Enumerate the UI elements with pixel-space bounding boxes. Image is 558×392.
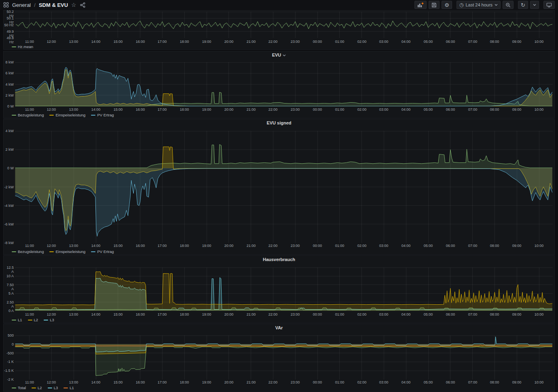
legend-color-key — [49, 251, 54, 252]
legend-item-l2[interactable]: L2 — [32, 386, 42, 390]
y-tick-label: -2 K — [4, 377, 14, 381]
legend-item-l3[interactable]: L3 — [44, 318, 54, 322]
x-tick-label: 07:00 — [466, 40, 479, 44]
x-tick-label: 21:00 — [245, 40, 258, 44]
x-tick-label: 11:00 — [23, 107, 36, 112]
chevron-down-icon — [533, 4, 536, 6]
legend-item-l3[interactable]: L3 — [48, 386, 58, 390]
x-tick-label: 21:00 — [245, 312, 258, 316]
x-tick-label: 11:00 — [23, 40, 36, 44]
legend-item-l1[interactable]: L1 — [63, 386, 74, 390]
chart-evu[interactable] — [15, 62, 553, 106]
x-tick-label: 12:00 — [45, 312, 58, 316]
x-tick-label: 10:00 — [533, 107, 545, 112]
x-tick-label: 17:00 — [156, 244, 169, 248]
cycle-view-button[interactable] — [543, 1, 555, 9]
x-tick-label: 19:00 — [200, 312, 213, 316]
x-tick-label: 14:00 — [89, 107, 102, 112]
legend-color-key — [91, 115, 95, 116]
panel-title-hausverbrauch[interactable]: Hausverbrauch — [4, 257, 554, 262]
chart-evu-signed[interactable] — [15, 131, 553, 243]
x-tick-label: 07:00 — [466, 312, 479, 316]
y-tick-label: 0 — [4, 342, 14, 346]
panel-title-evu-signed[interactable]: EVU signed — [4, 120, 554, 125]
chart-hz[interactable] — [15, 12, 553, 38]
x-tick-label: 12:00 — [45, 244, 58, 248]
y-tick-label: 0 W — [4, 166, 14, 170]
refresh-interval-dropdown[interactable] — [530, 1, 539, 9]
x-tick-label: 04:00 — [399, 244, 412, 248]
x-tick-label: 13:00 — [67, 380, 80, 384]
x-tick-label: 04:00 — [399, 107, 412, 112]
chart-hausverbrauch[interactable] — [15, 268, 553, 311]
star-icon[interactable]: ☆ — [71, 2, 76, 8]
x-tick-label: 08:00 — [488, 380, 501, 384]
x-tick-label: 06:00 — [444, 107, 457, 112]
x-tick-label: 20:00 — [222, 107, 235, 112]
breadcrumb-folder[interactable]: General — [12, 2, 31, 8]
x-tick-label: 14:00 — [89, 40, 102, 44]
legend-item-hz-mean[interactable]: Hz.mean — [12, 44, 33, 49]
x-tick-label: 13:00 — [67, 244, 80, 248]
x-tick-label: 00:00 — [311, 107, 324, 112]
x-tick-label: 02:00 — [355, 107, 368, 112]
panel-title-evu[interactable]: EVU — [4, 53, 554, 57]
x-tick-label: 04:00 — [399, 312, 412, 316]
x-tick-label: 21:00 — [245, 380, 258, 384]
x-tick-label: 10:00 — [533, 244, 545, 248]
x-tick-label: 03:00 — [377, 40, 390, 44]
x-tick-label: 23:00 — [289, 380, 302, 384]
x-tick-label: 19:00 — [200, 40, 213, 44]
legend-item-einspeiseleistung[interactable]: Einspeiseleistung — [49, 113, 85, 117]
x-tick-label: 20:00 — [222, 244, 235, 248]
y-tick-label: 4 kW — [4, 82, 14, 86]
legend-color-key — [12, 320, 16, 320]
legend-item-bezugsleistung[interactable]: Bezugsleistung — [12, 249, 44, 254]
x-tick-label: 22:00 — [266, 312, 279, 316]
legend-color-key — [28, 320, 32, 320]
x-tick-label: 04:00 — [399, 40, 412, 44]
chevron-down-icon — [283, 54, 286, 57]
legend-color-key — [12, 388, 16, 388]
chart-var[interactable] — [15, 335, 553, 379]
dashboard-title[interactable]: SDM & EVU — [39, 2, 68, 8]
legend-item-bezugsleistung[interactable]: Bezugsleistung — [12, 113, 44, 117]
legend-item-total[interactable]: Total — [12, 386, 26, 390]
x-tick-label: 15:00 — [112, 380, 125, 384]
x-tick-label: 16:00 — [134, 244, 147, 248]
top-navigation-bar: General / SDM & EVU ☆ ⚙ — [0, 0, 558, 10]
x-tick-label: 07:00 — [466, 244, 479, 248]
save-dashboard-button[interactable] — [429, 1, 440, 9]
time-range-label: Last 24 hours — [465, 3, 492, 7]
dashboard-settings-button[interactable]: ⚙ — [442, 1, 452, 9]
x-tick-label: 02:00 — [355, 244, 368, 248]
time-range-picker[interactable]: ◷ Last 24 hours — [457, 1, 501, 9]
x-tick-label: 21:00 — [245, 107, 258, 112]
x-tick-label: 04:00 — [399, 380, 412, 384]
legend-item-l1[interactable]: L1 — [12, 318, 22, 322]
gear-icon: ⚙ — [444, 2, 449, 8]
legend-item-einspeiseleistung[interactable]: Einspeiseleistung — [49, 249, 85, 254]
add-panel-button[interactable] — [414, 1, 427, 9]
x-tick-label: 13:00 — [67, 40, 80, 44]
x-tick-label: 03:00 — [377, 107, 390, 112]
panel-title-var[interactable]: VAr — [4, 325, 554, 330]
x-tick-label: 13:00 — [67, 312, 80, 316]
zoom-out-button[interactable] — [503, 1, 514, 9]
x-tick-label: 22:00 — [266, 244, 279, 248]
x-tick-label: 19:00 — [200, 380, 213, 384]
legend-item-pv-ertrag[interactable]: PV Ertrag — [91, 249, 114, 254]
x-tick-label: 11:00 — [23, 380, 36, 384]
x-tick-label: 01:00 — [333, 40, 346, 44]
legend-item-l2[interactable]: L2 — [28, 318, 38, 322]
refresh-icon: ↻ — [521, 2, 525, 8]
share-icon[interactable] — [80, 2, 86, 8]
legend-item-pv-ertrag[interactable]: PV Ertrag — [91, 113, 114, 117]
y-tick-label: 12.5 A — [4, 266, 14, 274]
x-tick-label: 08:00 — [488, 312, 501, 316]
refresh-button[interactable]: ↻ — [518, 1, 528, 9]
x-tick-label: 23:00 — [289, 40, 302, 44]
x-tick-label: 05:00 — [422, 312, 435, 316]
legend-color-key — [12, 251, 16, 252]
x-tick-label: 22:00 — [266, 40, 279, 44]
